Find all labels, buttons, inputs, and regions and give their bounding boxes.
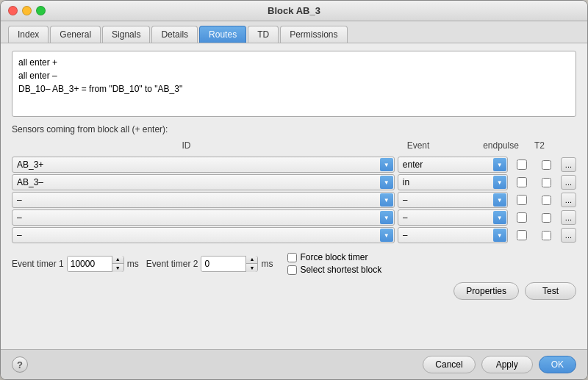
event-select-5[interactable]: – — [398, 227, 508, 243]
force-block-timer-option[interactable]: Force block timer — [287, 252, 381, 262]
id-select-5[interactable]: – — [12, 227, 395, 243]
header-id: ID — [13, 140, 359, 151]
footer-buttons: Cancel Apply OK — [423, 356, 576, 373]
cancel-button[interactable]: Cancel — [423, 356, 475, 373]
endpulse-cell-5 — [511, 230, 533, 240]
timer1-spinner: ▲ ▼ — [67, 256, 124, 272]
apply-button[interactable]: Apply — [481, 356, 533, 373]
id-select-4[interactable]: – — [12, 209, 395, 226]
t2-checkbox-1[interactable] — [542, 160, 551, 170]
timer1-input[interactable] — [68, 257, 112, 271]
traffic-lights — [8, 6, 46, 15]
id-select-wrapper-1: AB_3+ — [12, 157, 395, 173]
props-test-row: Properties Test — [12, 282, 576, 300]
t2-checkbox-5[interactable] — [542, 231, 551, 240]
id-select-wrapper-5: – — [12, 227, 395, 243]
header-t2: T2 — [525, 140, 554, 151]
minimize-button[interactable] — [22, 6, 32, 15]
t2-cell-3 — [536, 196, 558, 205]
timer1-buttons: ▲ ▼ — [112, 256, 123, 272]
table-header: ID Event endpulse T2 — [12, 140, 576, 151]
id-select-wrapper-2: AB_3– — [12, 174, 395, 190]
t2-checkbox-2[interactable] — [542, 178, 551, 187]
t2-checkbox-4[interactable] — [542, 213, 551, 223]
dots-button-1[interactable]: ... — [561, 157, 576, 172]
id-select-wrapper-4: – — [12, 209, 395, 226]
ms2-label: ms — [261, 259, 273, 269]
help-button[interactable]: ? — [12, 356, 28, 373]
tabs-bar: Index General Signals Details Routes TD … — [1, 21, 587, 43]
footer: ? Cancel Apply OK — [1, 349, 587, 379]
header-event: Event — [359, 140, 477, 151]
t2-cell-5 — [536, 231, 558, 240]
tab-index[interactable]: Index — [8, 26, 49, 43]
tab-general[interactable]: General — [50, 26, 101, 43]
tab-signals[interactable]: Signals — [102, 26, 150, 43]
select-shortest-checkbox[interactable] — [287, 265, 297, 275]
event-select-3[interactable]: – — [398, 192, 508, 208]
maximize-button[interactable] — [36, 6, 46, 15]
dots-button-3[interactable]: ... — [561, 193, 576, 207]
table-row: – – — [12, 192, 576, 208]
endpulse-checkbox-3[interactable] — [517, 195, 527, 205]
id-select-3[interactable]: – — [12, 192, 395, 208]
timer1-up[interactable]: ▲ — [112, 256, 123, 264]
dots-button-2[interactable]: ... — [561, 175, 576, 190]
endpulse-checkbox-5[interactable] — [517, 230, 527, 240]
endpulse-checkbox-2[interactable] — [517, 177, 527, 187]
header-endpulse: endpulse — [477, 140, 525, 151]
timer2-label: Event timer 2 — [146, 259, 198, 269]
table-row: – – — [12, 227, 576, 243]
tab-permissions[interactable]: Permissions — [280, 26, 347, 43]
close-button[interactable] — [8, 6, 18, 15]
tab-details[interactable]: Details — [151, 26, 198, 43]
tab-td[interactable]: TD — [248, 26, 279, 43]
event-select-1[interactable]: enter — [398, 157, 508, 173]
t2-checkbox-3[interactable] — [542, 196, 551, 205]
properties-button[interactable]: Properties — [453, 282, 519, 300]
ms1-label: ms — [127, 259, 139, 269]
select-shortest-label: Select shortest block — [300, 265, 381, 275]
route-display: all enter + all enter – DB_10– AB_3+ = f… — [12, 51, 576, 117]
ok-button[interactable]: OK — [539, 356, 576, 373]
endpulse-checkbox-1[interactable] — [517, 159, 527, 170]
bottom-section: Event timer 1 ▲ ▼ ms Event timer 2 ▲ ▼ — [12, 252, 576, 275]
timer1-label: Event timer 1 — [12, 259, 64, 269]
timer2-buttons: ▲ ▼ — [245, 256, 257, 272]
checkbox-options: Force block timer Select shortest block — [287, 252, 381, 275]
dots-button-4[interactable]: ... — [561, 210, 576, 225]
event-select-wrapper-1: enter — [398, 157, 508, 173]
timer-2-group: Event timer 2 ▲ ▼ ms — [146, 256, 273, 272]
window: Block AB_3 Index General Signals Details… — [0, 0, 588, 380]
id-select-1[interactable]: AB_3+ — [12, 157, 395, 173]
test-button[interactable]: Test — [525, 282, 576, 300]
force-block-timer-label: Force block timer — [300, 252, 368, 262]
table-row: – – — [12, 209, 576, 226]
t2-cell-4 — [536, 213, 558, 223]
titlebar: Block AB_3 — [1, 1, 587, 21]
dots-button-5[interactable]: ... — [561, 228, 576, 243]
table-rows: AB_3+ enter — [12, 157, 576, 243]
route-line-3: DB_10– AB_3+ = from "DB_10" to "AB_3" — [18, 82, 570, 96]
table-row: AB_3– in — [12, 174, 576, 190]
route-line-2: all enter – — [18, 69, 570, 82]
timer2-down[interactable]: ▼ — [245, 264, 257, 272]
event-select-wrapper-5: – — [398, 227, 508, 243]
event-select-2[interactable]: in — [398, 174, 508, 190]
timer2-up[interactable]: ▲ — [245, 256, 257, 264]
event-select-4[interactable]: – — [398, 209, 508, 226]
endpulse-cell-4 — [511, 212, 533, 223]
force-block-timer-checkbox[interactable] — [287, 253, 297, 262]
endpulse-cell-3 — [511, 195, 533, 205]
t2-cell-1 — [536, 160, 558, 170]
table-row: AB_3+ enter — [12, 157, 576, 173]
select-shortest-option[interactable]: Select shortest block — [287, 265, 381, 275]
main-content: all enter + all enter – DB_10– AB_3+ = f… — [1, 43, 587, 349]
tab-routes[interactable]: Routes — [199, 26, 246, 43]
t2-cell-2 — [536, 178, 558, 187]
timer1-down[interactable]: ▼ — [112, 264, 123, 272]
timer2-input[interactable] — [201, 257, 245, 271]
endpulse-checkbox-4[interactable] — [517, 212, 527, 223]
id-select-2[interactable]: AB_3– — [12, 174, 395, 190]
sensors-label: Sensors coming from block all (+ enter): — [12, 124, 576, 135]
